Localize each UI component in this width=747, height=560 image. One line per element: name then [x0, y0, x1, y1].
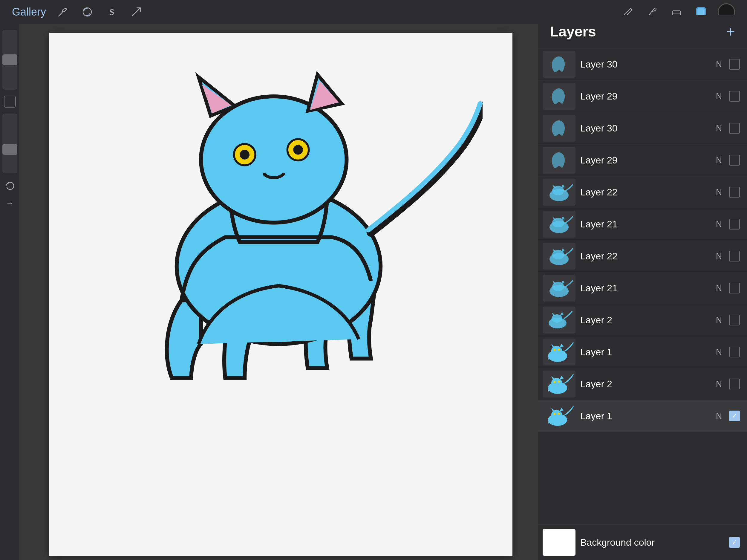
toolbar-left: Gallery S [12, 4, 611, 20]
layer-visibility-checkbox[interactable] [729, 187, 740, 198]
svg-point-39 [554, 381, 556, 383]
gallery-button[interactable]: Gallery [12, 6, 46, 18]
left-sidebar: → [0, 24, 20, 560]
layer-blend-mode: N [714, 315, 724, 325]
layer-blend-mode: N [714, 59, 724, 69]
layer-row[interactable]: Layer 1N [538, 400, 747, 432]
layer-visibility-checkbox[interactable] [729, 91, 740, 102]
layer-row[interactable]: Layer 30N [538, 48, 747, 80]
layer-visibility-checkbox[interactable] [729, 251, 740, 261]
layers-list: Layer 30N Layer 29N Layer 30N Layer 29N … [538, 48, 747, 525]
sidebar-checkbox-1[interactable] [4, 96, 16, 108]
adjustments-tool[interactable] [79, 4, 95, 20]
svg-point-9 [240, 150, 250, 159]
layer-visibility-checkbox[interactable] [729, 155, 740, 166]
layers-title: Layers [550, 23, 596, 40]
layer-visibility-checkbox[interactable] [729, 219, 740, 229]
layer-row[interactable]: Layer 1N [538, 336, 747, 368]
layer-row[interactable]: Layer 29N [538, 144, 747, 176]
layer-blend-mode: N [714, 123, 724, 133]
layer-name: Layer 29 [580, 155, 709, 166]
layer-blend-mode: N [714, 411, 724, 421]
layer-row[interactable]: Layer 30N [538, 112, 747, 144]
layer-row[interactable]: Layer 21N [538, 208, 747, 240]
layer-thumbnail [543, 307, 575, 333]
layer-row[interactable]: Layer 29N [538, 80, 747, 112]
svg-point-7 [201, 97, 347, 223]
layer-visibility-checkbox[interactable] [729, 283, 740, 294]
layer-thumbnail [543, 147, 575, 174]
layer-thumbnail [543, 211, 575, 237]
layer-name: Layer 21 [580, 283, 709, 294]
selection-tool[interactable]: S [104, 4, 120, 20]
svg-point-45 [558, 413, 560, 415]
layers-header: Layers + [538, 15, 747, 48]
layer-name: Layer 21 [580, 219, 709, 230]
layer-name: Layer 22 [580, 251, 709, 262]
svg-point-35 [558, 349, 560, 351]
layer-visibility-checkbox[interactable] [729, 347, 740, 357]
svg-point-44 [554, 413, 556, 415]
svg-point-34 [554, 349, 556, 351]
layer-blend-mode: N [714, 283, 724, 293]
layer-blend-mode: N [714, 187, 724, 197]
layer-thumbnail [543, 83, 575, 110]
layer-thumbnail [543, 51, 575, 78]
layer-blend-mode: N [714, 379, 724, 389]
layer-name: Layer 29 [580, 91, 709, 102]
layer-visibility-checkbox[interactable] [729, 123, 740, 133]
layer-thumbnail [543, 371, 575, 398]
bg-color-label: Background color [580, 537, 709, 548]
layer-row[interactable]: Layer 2N [538, 304, 747, 336]
layer-blend-mode: N [714, 219, 724, 229]
layer-thumbnail [543, 338, 575, 365]
layer-visibility-checkbox[interactable] [729, 379, 740, 389]
brush-size-slider[interactable] [2, 30, 17, 90]
layer-name: Layer 2 [580, 379, 709, 390]
layer-row[interactable]: Layer 2N [538, 368, 747, 400]
layer-visibility-checkbox[interactable] [729, 59, 740, 70]
wrench-tool[interactable] [55, 4, 71, 20]
opacity-slider[interactable] [2, 113, 17, 173]
brush-size-handle [2, 54, 17, 65]
layer-row[interactable]: Layer 22N [538, 240, 747, 272]
cat-drawing [94, 48, 483, 436]
svg-rect-5 [697, 8, 704, 16]
bg-color-checkbox[interactable] [729, 537, 740, 548]
layer-name: Layer 30 [580, 59, 709, 70]
layer-thumbnail [543, 115, 575, 142]
undo-button[interactable] [3, 179, 17, 193]
background-color-row[interactable]: Background color [538, 525, 747, 560]
layer-blend-mode: N [714, 251, 724, 261]
sidebar-arrow[interactable]: → [6, 198, 14, 208]
layer-blend-mode: N [714, 155, 724, 165]
layer-name: Layer 30 [580, 123, 709, 134]
svg-point-0 [83, 8, 92, 16]
layer-blend-mode: N [714, 347, 724, 357]
layer-name: Layer 2 [580, 315, 709, 326]
layer-visibility-checkbox[interactable] [729, 411, 740, 421]
layers-add-button[interactable]: + [726, 24, 735, 40]
layer-thumbnail [543, 403, 575, 429]
layers-panel: Layers + Layer 30N Layer 29N Layer 30N L… [538, 15, 747, 560]
svg-point-11 [293, 145, 303, 155]
canvas-paper [49, 33, 512, 556]
bg-color-swatch [543, 529, 575, 556]
layer-name: Layer 1 [580, 411, 709, 422]
layer-name: Layer 1 [580, 347, 709, 358]
layer-thumbnail [543, 243, 575, 270]
svg-point-40 [558, 381, 560, 383]
layer-blend-mode: N [714, 92, 724, 101]
layer-visibility-checkbox[interactable] [729, 315, 740, 325]
opacity-handle [2, 144, 17, 155]
layer-thumbnail [543, 179, 575, 206]
layer-name: Layer 22 [580, 187, 709, 198]
layer-thumbnail [543, 275, 575, 302]
svg-text:S: S [109, 7, 114, 17]
transform-tool[interactable] [128, 4, 144, 20]
layer-row[interactable]: Layer 22N [538, 176, 747, 208]
layer-row[interactable]: Layer 21N [538, 272, 747, 304]
